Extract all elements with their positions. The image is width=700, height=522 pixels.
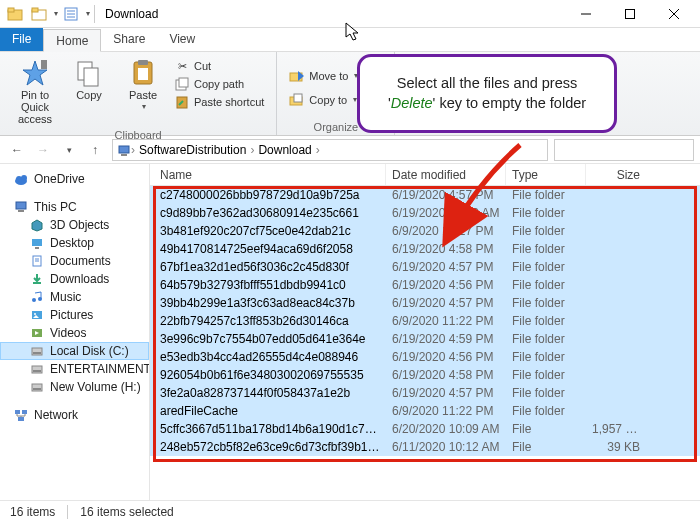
- pc-icon: [14, 200, 28, 214]
- sidebar-item-this-pc[interactable]: This PC: [0, 198, 149, 216]
- sidebar-item-downloads[interactable]: Downloads: [0, 270, 149, 288]
- copy-to-icon: [289, 92, 305, 108]
- svg-rect-54: [22, 410, 27, 414]
- svg-rect-20: [179, 78, 188, 87]
- music-icon: [30, 290, 44, 304]
- tab-home[interactable]: Home: [43, 29, 101, 52]
- disk-icon: [30, 362, 44, 376]
- breadcrumb-seg2[interactable]: Download: [254, 143, 315, 157]
- column-name[interactable]: Name: [154, 164, 386, 185]
- sidebar-item-onedrive[interactable]: OneDrive: [0, 170, 149, 188]
- status-bar: 16 items 16 items selected: [0, 500, 700, 522]
- search-input[interactable]: [554, 139, 694, 161]
- table-row[interactable]: 5cffc3667d511ba178bd14b6a190d1c74...6/20…: [150, 420, 700, 438]
- svg-rect-13: [41, 60, 47, 69]
- sidebar-item-desktop[interactable]: Desktop: [0, 234, 149, 252]
- move-to-icon: [289, 68, 305, 84]
- table-row[interactable]: aredFileCache6/9/2020 11:22 PMFile folde…: [150, 402, 700, 420]
- column-size[interactable]: Size: [586, 164, 646, 185]
- breadcrumb-pc-icon: [117, 143, 131, 157]
- sidebar-item-pictures[interactable]: Pictures: [0, 306, 149, 324]
- qat-new-folder-icon[interactable]: [28, 3, 50, 25]
- breadcrumb-seg1[interactable]: SoftwareDistribution: [135, 143, 250, 157]
- file-list-area: Name Date modified Type Size c2748000026…: [150, 164, 700, 500]
- table-row[interactable]: 39bb4b299e1a3f3c63ad8eac84c37b6/19/2020 …: [150, 294, 700, 312]
- svg-rect-27: [119, 146, 129, 153]
- address-bar: ← → ▾ ↑ › SoftwareDistribution › Downloa…: [0, 136, 700, 164]
- sidebar-item-documents[interactable]: Documents: [0, 252, 149, 270]
- table-row[interactable]: 3b481ef920c207cf75ce0e42dab21c6/9/2020 1…: [150, 222, 700, 240]
- sidebar-item-local-disk-c-[interactable]: Local Disk (C:): [0, 342, 149, 360]
- svg-rect-48: [33, 352, 41, 354]
- nav-recent-button[interactable]: ▾: [58, 139, 80, 161]
- table-row[interactable]: 926054b0b61f6e348030020697555356/19/2020…: [150, 366, 700, 384]
- svg-point-31: [21, 175, 27, 181]
- table-row[interactable]: 3e996c9b7c7554b07edd05d641e364e6/19/2020…: [150, 330, 700, 348]
- nav-forward-button[interactable]: →: [32, 139, 54, 161]
- sidebar-item-3d-objects[interactable]: 3D Objects: [0, 216, 149, 234]
- nav-back-button[interactable]: ←: [6, 139, 28, 161]
- navigation-sidebar: OneDriveThis PC3D ObjectsDesktopDocument…: [0, 164, 150, 500]
- svg-rect-28: [121, 154, 127, 156]
- paste-shortcut-icon: [174, 94, 190, 110]
- qat-dropdown2-icon[interactable]: ▾: [86, 9, 90, 18]
- status-selected-count: 16 items selected: [80, 505, 173, 519]
- sidebar-item-entertainment[interactable]: ENTERTAINMENT: [0, 360, 149, 378]
- svg-point-41: [32, 298, 36, 302]
- minimize-button[interactable]: [564, 0, 608, 28]
- network-icon: [14, 408, 28, 422]
- table-row[interactable]: 67bf1ea32d1ed56f3036c2c45d830f6/19/2020 …: [150, 258, 700, 276]
- svg-rect-53: [15, 410, 20, 414]
- downloads-icon: [30, 272, 44, 286]
- copy-path-button[interactable]: Copy path: [174, 76, 264, 92]
- tab-share[interactable]: Share: [101, 28, 157, 51]
- maximize-button[interactable]: [608, 0, 652, 28]
- paste-button[interactable]: Paste▾: [116, 56, 170, 127]
- table-row[interactable]: c2748000026bbb978729d10a9b725a6/19/2020 …: [150, 186, 700, 204]
- copy-button[interactable]: Copy: [62, 56, 116, 127]
- paste-shortcut-button[interactable]: Paste shortcut: [174, 94, 264, 110]
- svg-rect-35: [32, 239, 42, 246]
- svg-rect-17: [138, 60, 148, 65]
- disk-icon: [30, 380, 44, 394]
- move-to-button[interactable]: Move to▾: [289, 68, 358, 84]
- table-row[interactable]: 64b579b32793fbfff551dbdb9941c06/19/2020 …: [150, 276, 700, 294]
- pin-to-quick-access-button[interactable]: Pin to Quick access: [8, 56, 62, 127]
- scissors-icon: ✂: [174, 58, 190, 74]
- sidebar-item-music[interactable]: Music: [0, 288, 149, 306]
- sidebar-item-new-volume-h-[interactable]: New Volume (H:): [0, 378, 149, 396]
- tab-view[interactable]: View: [157, 28, 207, 51]
- pictures-icon: [30, 308, 44, 322]
- cloud-icon: [14, 172, 28, 186]
- table-row[interactable]: 22bfb794257c13ff853b26d30146ca6/9/2020 1…: [150, 312, 700, 330]
- tab-file[interactable]: File: [0, 28, 43, 51]
- copy-to-button[interactable]: Copy to▾: [289, 92, 358, 108]
- disk-icon: [30, 344, 44, 358]
- close-button[interactable]: [652, 0, 696, 28]
- 3d-icon: [30, 218, 44, 232]
- table-row[interactable]: 49b4170814725eef94aca69d6f20586/19/2020 …: [150, 240, 700, 258]
- qat-properties-icon[interactable]: [60, 3, 82, 25]
- svg-marker-34: [32, 220, 42, 231]
- svg-rect-9: [626, 9, 635, 18]
- annotation-arrow: [440, 140, 560, 250]
- svg-point-30: [16, 176, 22, 182]
- qat-folder-icon[interactable]: [4, 3, 26, 25]
- svg-rect-52: [33, 388, 41, 390]
- svg-rect-1: [8, 8, 14, 12]
- table-row[interactable]: 248eb572cb5f82e63ce9c6d73cfbf39b10...6/1…: [150, 438, 700, 456]
- sidebar-item-videos[interactable]: Videos: [0, 324, 149, 342]
- nav-up-button[interactable]: ↑: [84, 139, 106, 161]
- sidebar-item-network[interactable]: Network: [0, 406, 149, 424]
- copy-path-icon: [174, 76, 190, 92]
- videos-icon: [30, 326, 44, 340]
- svg-rect-50: [33, 370, 41, 372]
- table-row[interactable]: 3fe2a0a828737144f0f058437a1e2b6/19/2020 …: [150, 384, 700, 402]
- table-row[interactable]: e53edb3b4cc4ad26555d4c4e0889466/19/2020 …: [150, 348, 700, 366]
- qat-dropdown-icon[interactable]: ▾: [54, 9, 58, 18]
- cut-button[interactable]: ✂Cut: [174, 58, 264, 74]
- table-row[interactable]: c9d89bb7e362ad30680914e235c6616/19/2020 …: [150, 204, 700, 222]
- column-headers: Name Date modified Type Size: [150, 164, 700, 186]
- cursor-icon: [345, 22, 361, 42]
- desktop-icon: [30, 236, 44, 250]
